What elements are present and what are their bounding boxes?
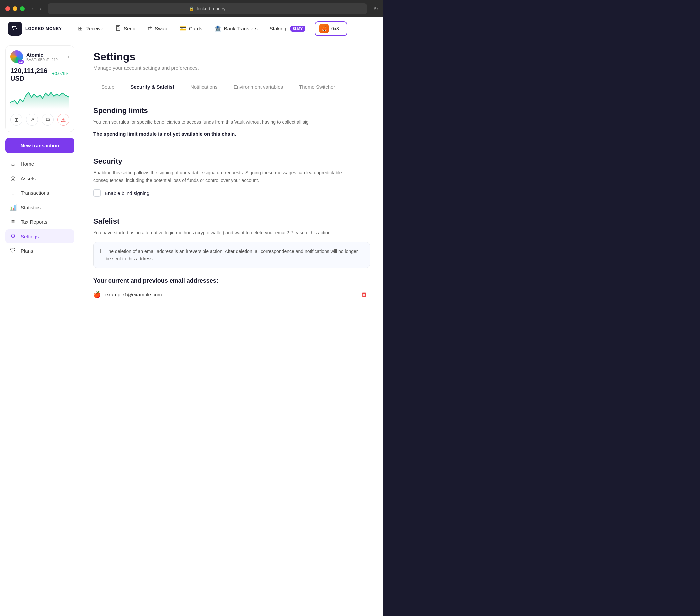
staking-badge: $LMY	[290, 26, 305, 32]
blind-signing-checkbox[interactable]	[93, 189, 101, 197]
forward-button[interactable]: ›	[38, 5, 43, 12]
wallet-balance-row: 120,111,216 USD +0.079%	[10, 64, 69, 82]
export-button[interactable]: ↗	[26, 114, 38, 126]
apple-icon: 🍎	[93, 291, 101, 298]
sidebar-settings-label: Settings	[21, 234, 39, 239]
lock-icon: 🔒	[189, 6, 194, 11]
safelist-info-text: The deletion of an email address is an i…	[106, 248, 364, 263]
wallet-name: Atomic	[26, 52, 59, 58]
nav-send-label: Send	[124, 26, 135, 32]
send-icon: 🗄	[115, 25, 121, 32]
wallet-header: 1/2 Atomic BASE: 9B9aF...21f4 ›	[10, 50, 69, 63]
chart-svg	[10, 86, 69, 109]
divider-1	[93, 149, 370, 149]
minimize-button[interactable]	[13, 6, 17, 11]
nav-cards-label: Cards	[189, 26, 202, 32]
sidebar-item-plans[interactable]: 🛡 Plans	[5, 244, 74, 258]
sidebar-item-tax-reports[interactable]: ≡ Tax Reports	[5, 215, 74, 229]
sidebar-item-settings[interactable]: ⚙ Settings	[5, 229, 74, 243]
qr-button[interactable]: ⊞	[10, 114, 22, 126]
page-title: Settings	[93, 51, 370, 63]
chevron-right-icon[interactable]: ›	[68, 54, 69, 59]
nav-bank-label: Bank Transfers	[224, 26, 258, 32]
wallet-actions: ⊞ ↗ ⧉ ⚠	[10, 112, 69, 127]
assets-icon: ◎	[9, 175, 17, 182]
tab-notifications[interactable]: Notifications	[182, 80, 226, 94]
wallet-change: +0.079%	[52, 71, 69, 76]
transactions-icon: ↕	[9, 189, 17, 196]
new-transaction-button[interactable]: New transaction	[5, 138, 74, 153]
settings-tabs: Setup Security & Safelist Notifications …	[93, 80, 370, 94]
nav-bank-transfers[interactable]: 🏦 Bank Transfers	[209, 22, 263, 35]
sidebar-item-home[interactable]: ⌂ Home	[5, 157, 74, 171]
wallet-card: 1/2 Atomic BASE: 9B9aF...21f4 › 120,111,…	[5, 45, 74, 132]
wallet-name-area: Atomic BASE: 9B9aF...21f4	[26, 52, 59, 62]
nav-swap-label: Swap	[155, 26, 167, 32]
blind-signing-row: Enable blind signing	[93, 189, 370, 197]
plans-icon: 🛡	[9, 247, 17, 254]
url-text: locked.money	[197, 6, 225, 11]
info-icon: ℹ	[100, 248, 102, 254]
nav-staking[interactable]: Staking $LMY	[264, 23, 311, 34]
tab-theme-switcher[interactable]: Theme Switcher	[291, 80, 343, 94]
nav-receive[interactable]: ⊞ Receive	[73, 22, 109, 35]
content-area: Settings Manage your account settings an…	[80, 40, 383, 616]
metamask-button[interactable]: 🦊 0x3...	[315, 21, 347, 36]
nav-cards[interactable]: 💳 Cards	[174, 22, 208, 35]
tab-setup[interactable]: Setup	[93, 80, 122, 94]
copy-button[interactable]: ⧉	[42, 114, 54, 126]
main-area: 1/2 Atomic BASE: 9B9aF...21f4 › 120,111,…	[0, 40, 383, 616]
sidebar-home-label: Home	[21, 161, 34, 167]
settings-icon: ⚙	[9, 232, 17, 240]
spending-limits-desc: You can set rules for specific beneficia…	[93, 118, 370, 126]
logo-area: 🛡 LOCKED MONEY	[8, 22, 62, 36]
email-row: 🍎 example1@example.com 🗑	[93, 290, 370, 299]
maximize-button[interactable]	[20, 6, 25, 11]
logo-shield-icon: 🛡	[8, 22, 22, 36]
tax-reports-icon: ≡	[9, 218, 17, 225]
sidebar-item-statistics[interactable]: 📊 Statistics	[5, 200, 74, 214]
divider-2	[93, 209, 370, 209]
wallet-avatar-container: 1/2	[10, 50, 23, 63]
page-subtitle: Manage your account settings and prefere…	[93, 65, 370, 71]
sidebar-assets-label: Assets	[21, 176, 36, 181]
cards-icon: 💳	[179, 25, 186, 32]
statistics-icon: 📊	[9, 204, 17, 211]
security-section: Security Enabling this setting allows th…	[93, 157, 370, 197]
nav-staking-label: Staking	[270, 26, 286, 32]
tab-env-variables[interactable]: Environment variables	[226, 80, 291, 94]
chart-area	[10, 86, 69, 109]
back-button[interactable]: ‹	[30, 5, 36, 12]
blind-signing-label: Enable blind signing	[105, 190, 149, 196]
nav-receive-label: Receive	[85, 26, 103, 32]
wallet-balance: 120,111,216 USD	[10, 67, 49, 82]
sidebar-item-assets[interactable]: ◎ Assets	[5, 171, 74, 185]
sidebar-tax-reports-label: Tax Reports	[21, 219, 47, 225]
nav-menu: ⌂ Home ◎ Assets ↕ Transactions 📊 Statist…	[5, 157, 74, 258]
wallet-address: BASE: 9B9aF...21f4	[26, 58, 59, 62]
nav-swap[interactable]: ⇄ Swap	[142, 22, 173, 35]
nav-send[interactable]: 🗄 Send	[110, 23, 141, 35]
wallet-info: 1/2 Atomic BASE: 9B9aF...21f4	[10, 50, 59, 63]
sidebar-transactions-label: Transactions	[21, 190, 49, 196]
close-button[interactable]	[5, 6, 10, 11]
sidebar-item-transactions[interactable]: ↕ Transactions	[5, 186, 74, 200]
warning-button[interactable]: ⚠	[57, 114, 69, 126]
sidebar-statistics-label: Statistics	[21, 205, 41, 210]
top-nav: 🛡 LOCKED MONEY ⊞ Receive 🗄 Send ⇄ Swap 💳…	[0, 17, 383, 40]
tab-security-safelist[interactable]: Security & Safelist	[122, 80, 182, 94]
safelist-info-box: ℹ The deletion of an email address is an…	[93, 242, 370, 268]
delete-email-button[interactable]: 🗑	[359, 290, 370, 299]
safelist-desc: You have started using alternative login…	[93, 229, 370, 236]
spending-limits-section: Spending limits You can set rules for sp…	[93, 106, 370, 137]
sidebar-plans-label: Plans	[21, 248, 33, 254]
logo-text: LOCKED MONEY	[25, 26, 62, 31]
browser-chrome: ‹ › 🔒 locked.money ↻	[0, 0, 383, 17]
address-bar[interactable]: 🔒 locked.money	[48, 3, 367, 14]
home-icon: ⌂	[9, 160, 17, 167]
nav-arrows: ‹ ›	[30, 5, 44, 12]
security-title: Security	[93, 157, 370, 166]
reload-button[interactable]: ↻	[374, 6, 378, 12]
receive-icon: ⊞	[78, 25, 83, 32]
security-desc: Enabling this setting allows the signing…	[93, 169, 370, 184]
